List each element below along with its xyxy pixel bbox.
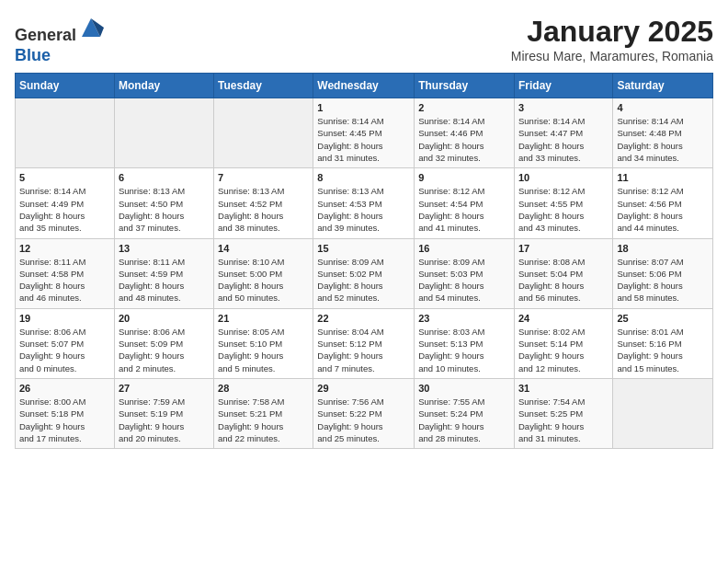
day-info: Sunrise: 8:14 AM Sunset: 4:47 PM Dayligh… — [518, 115, 609, 164]
page-header: General Blue January 2025 Miresu Mare, M… — [15, 15, 713, 65]
day-number: 2 — [418, 102, 510, 113]
calendar-week-row: 12Sunrise: 8:11 AM Sunset: 4:58 PM Dayli… — [16, 238, 713, 308]
calendar-cell: 30Sunrise: 7:55 AM Sunset: 5:24 PM Dayli… — [415, 378, 515, 448]
day-number: 19 — [19, 313, 110, 324]
day-number: 1 — [317, 102, 410, 113]
calendar-cell: 12Sunrise: 8:11 AM Sunset: 4:58 PM Dayli… — [16, 238, 115, 308]
day-number: 20 — [119, 313, 210, 324]
day-number: 12 — [19, 243, 110, 254]
calendar-cell: 27Sunrise: 7:59 AM Sunset: 5:19 PM Dayli… — [114, 378, 213, 448]
day-info: Sunrise: 7:56 AM Sunset: 5:22 PM Dayligh… — [317, 396, 410, 444]
calendar-header-row: SundayMondayTuesdayWednesdayThursdayFrid… — [16, 74, 713, 98]
day-info: Sunrise: 7:59 AM Sunset: 5:19 PM Dayligh… — [119, 396, 210, 444]
calendar-cell: 17Sunrise: 8:08 AM Sunset: 5:04 PM Dayli… — [514, 238, 612, 308]
calendar-cell: 15Sunrise: 8:09 AM Sunset: 5:02 PM Dayli… — [313, 238, 415, 308]
calendar-cell: 22Sunrise: 8:04 AM Sunset: 5:12 PM Dayli… — [313, 308, 415, 378]
day-info: Sunrise: 7:58 AM Sunset: 5:21 PM Dayligh… — [218, 396, 309, 444]
calendar-cell: 7Sunrise: 8:13 AM Sunset: 4:52 PM Daylig… — [214, 168, 313, 238]
day-number: 9 — [418, 172, 510, 183]
weekday-header: Saturday — [613, 74, 713, 98]
calendar-week-row: 26Sunrise: 8:00 AM Sunset: 5:18 PM Dayli… — [16, 378, 713, 448]
calendar-cell: 2Sunrise: 8:14 AM Sunset: 4:46 PM Daylig… — [415, 98, 515, 168]
day-number: 27 — [119, 383, 210, 394]
day-info: Sunrise: 8:12 AM Sunset: 4:54 PM Dayligh… — [418, 185, 510, 234]
logo-general: General — [15, 26, 76, 44]
calendar-cell: 3Sunrise: 8:14 AM Sunset: 4:47 PM Daylig… — [514, 98, 612, 168]
day-info: Sunrise: 8:13 AM Sunset: 4:50 PM Dayligh… — [119, 185, 210, 234]
day-number: 21 — [218, 313, 309, 324]
day-number: 18 — [617, 243, 709, 254]
day-info: Sunrise: 7:54 AM Sunset: 5:25 PM Dayligh… — [518, 396, 609, 444]
calendar-cell: 11Sunrise: 8:12 AM Sunset: 4:56 PM Dayli… — [613, 168, 713, 238]
calendar-cell: 29Sunrise: 7:56 AM Sunset: 5:22 PM Dayli… — [313, 378, 415, 448]
day-number: 23 — [418, 313, 510, 324]
weekday-header: Friday — [514, 74, 612, 98]
day-number: 26 — [19, 383, 110, 394]
page-subtitle: Miresu Mare, Maramures, Romania — [511, 49, 713, 63]
day-number: 30 — [418, 383, 510, 394]
calendar-cell: 1Sunrise: 8:14 AM Sunset: 4:45 PM Daylig… — [313, 98, 415, 168]
day-number: 11 — [617, 172, 709, 183]
day-info: Sunrise: 8:06 AM Sunset: 5:09 PM Dayligh… — [119, 326, 210, 374]
calendar-cell: 5Sunrise: 8:14 AM Sunset: 4:49 PM Daylig… — [16, 168, 115, 238]
weekday-header: Tuesday — [214, 74, 313, 98]
day-info: Sunrise: 8:09 AM Sunset: 5:03 PM Dayligh… — [418, 256, 510, 304]
calendar-week-row: 1Sunrise: 8:14 AM Sunset: 4:45 PM Daylig… — [16, 98, 713, 168]
logo-icon — [78, 15, 104, 40]
calendar-cell: 13Sunrise: 8:11 AM Sunset: 4:59 PM Dayli… — [114, 238, 213, 308]
calendar-cell: 8Sunrise: 8:13 AM Sunset: 4:53 PM Daylig… — [313, 168, 415, 238]
calendar-cell — [16, 98, 115, 168]
day-info: Sunrise: 8:07 AM Sunset: 5:06 PM Dayligh… — [617, 256, 709, 304]
day-number: 25 — [617, 313, 709, 324]
day-number: 29 — [317, 383, 410, 394]
day-info: Sunrise: 8:13 AM Sunset: 4:53 PM Dayligh… — [317, 185, 410, 234]
weekday-header: Thursday — [415, 74, 515, 98]
day-info: Sunrise: 8:03 AM Sunset: 5:13 PM Dayligh… — [418, 326, 510, 374]
day-info: Sunrise: 8:11 AM Sunset: 4:58 PM Dayligh… — [19, 256, 110, 304]
day-info: Sunrise: 8:14 AM Sunset: 4:46 PM Dayligh… — [418, 115, 510, 164]
calendar-cell: 25Sunrise: 8:01 AM Sunset: 5:16 PM Dayli… — [613, 308, 713, 378]
day-info: Sunrise: 8:12 AM Sunset: 4:55 PM Dayligh… — [518, 185, 609, 234]
day-number: 4 — [617, 102, 709, 113]
calendar-cell: 19Sunrise: 8:06 AM Sunset: 5:07 PM Dayli… — [16, 308, 115, 378]
day-info: Sunrise: 8:09 AM Sunset: 5:02 PM Dayligh… — [317, 256, 410, 304]
day-number: 22 — [317, 313, 410, 324]
day-info: Sunrise: 8:13 AM Sunset: 4:52 PM Dayligh… — [218, 185, 309, 234]
day-number: 28 — [218, 383, 309, 394]
calendar-cell: 31Sunrise: 7:54 AM Sunset: 5:25 PM Dayli… — [514, 378, 612, 448]
calendar-cell: 6Sunrise: 8:13 AM Sunset: 4:50 PM Daylig… — [114, 168, 213, 238]
day-number: 13 — [119, 243, 210, 254]
calendar-cell: 23Sunrise: 8:03 AM Sunset: 5:13 PM Dayli… — [415, 308, 515, 378]
day-number: 3 — [518, 102, 609, 113]
day-number: 10 — [518, 172, 609, 183]
calendar-cell: 24Sunrise: 8:02 AM Sunset: 5:14 PM Dayli… — [514, 308, 612, 378]
day-info: Sunrise: 8:14 AM Sunset: 4:48 PM Dayligh… — [617, 115, 709, 164]
page-title: January 2025 — [511, 15, 713, 49]
calendar-cell: 16Sunrise: 8:09 AM Sunset: 5:03 PM Dayli… — [415, 238, 515, 308]
calendar-cell: 21Sunrise: 8:05 AM Sunset: 5:10 PM Dayli… — [214, 308, 313, 378]
day-info: Sunrise: 8:05 AM Sunset: 5:10 PM Dayligh… — [218, 326, 309, 374]
day-info: Sunrise: 8:08 AM Sunset: 5:04 PM Dayligh… — [518, 256, 609, 304]
day-number: 7 — [218, 172, 309, 183]
day-info: Sunrise: 8:04 AM Sunset: 5:12 PM Dayligh… — [317, 326, 410, 374]
day-number: 15 — [317, 243, 410, 254]
day-number: 17 — [518, 243, 609, 254]
weekday-header: Monday — [114, 74, 213, 98]
calendar-cell: 26Sunrise: 8:00 AM Sunset: 5:18 PM Dayli… — [16, 378, 115, 448]
day-number: 31 — [518, 383, 609, 394]
calendar-week-row: 19Sunrise: 8:06 AM Sunset: 5:07 PM Dayli… — [16, 308, 713, 378]
calendar-cell: 20Sunrise: 8:06 AM Sunset: 5:09 PM Dayli… — [114, 308, 213, 378]
calendar-week-row: 5Sunrise: 8:14 AM Sunset: 4:49 PM Daylig… — [16, 168, 713, 238]
calendar-cell — [214, 98, 313, 168]
calendar-cell: 10Sunrise: 8:12 AM Sunset: 4:55 PM Dayli… — [514, 168, 612, 238]
day-info: Sunrise: 8:10 AM Sunset: 5:00 PM Dayligh… — [218, 256, 309, 304]
calendar-cell: 4Sunrise: 8:14 AM Sunset: 4:48 PM Daylig… — [613, 98, 713, 168]
logo-blue: Blue — [15, 46, 51, 64]
calendar-cell: 9Sunrise: 8:12 AM Sunset: 4:54 PM Daylig… — [415, 168, 515, 238]
title-block: January 2025 Miresu Mare, Maramures, Rom… — [511, 15, 713, 63]
calendar-cell: 28Sunrise: 7:58 AM Sunset: 5:21 PM Dayli… — [214, 378, 313, 448]
day-info: Sunrise: 8:02 AM Sunset: 5:14 PM Dayligh… — [518, 326, 609, 374]
day-number: 8 — [317, 172, 410, 183]
day-info: Sunrise: 8:14 AM Sunset: 4:49 PM Dayligh… — [19, 185, 110, 234]
logo: General Blue — [15, 15, 104, 65]
